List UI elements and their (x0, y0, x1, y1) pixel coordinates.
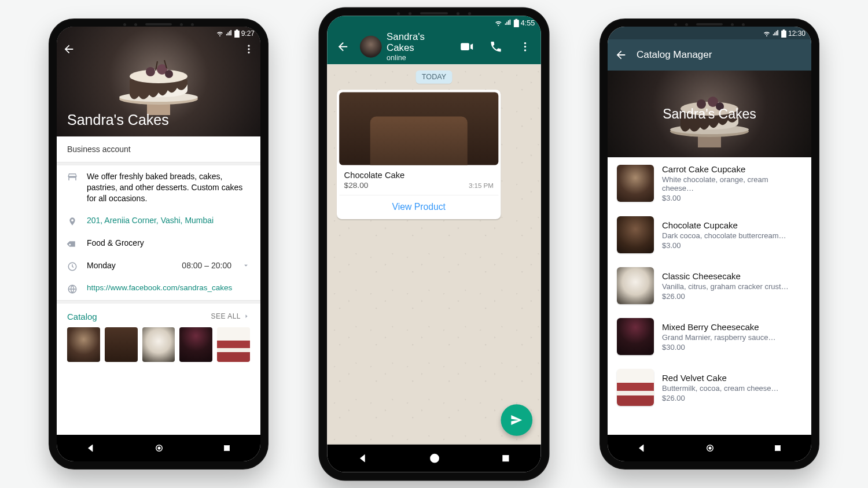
more-icon[interactable] (513, 35, 538, 59)
battery-icon (513, 19, 518, 27)
address-text: 201, Areniia Corner, Vashi, Mumbai (87, 216, 214, 225)
info-hours[interactable]: Monday 08:00 – 20:00 (57, 255, 260, 278)
item-thumb (617, 318, 654, 355)
catalog-thumbnails (57, 326, 260, 367)
svg-point-18 (431, 454, 439, 463)
info-website[interactable]: https://www.facebook.com/sandras_cakes (57, 278, 260, 300)
item-desc: White chocolate, orange, cream cheese… (662, 175, 802, 193)
status-time: 4:55 (521, 19, 535, 27)
video-call-icon[interactable] (455, 35, 479, 59)
chat-title[interactable]: Sandra's Cakes online (387, 32, 450, 62)
back-icon[interactable] (331, 35, 355, 59)
hero-cake-illustration (106, 44, 211, 119)
product-message-card[interactable]: Chocolate Cake $28.00 3:15 PM View Produ… (337, 90, 501, 219)
item-thumb (617, 267, 654, 304)
status-bar: 12:30 (608, 27, 811, 39)
item-price: $26.00 (662, 292, 789, 301)
svg-point-7 (146, 67, 155, 76)
item-name: Classic Cheesecake (662, 271, 789, 281)
nav-recent-icon[interactable] (222, 443, 231, 453)
see-all-button[interactable]: SEE ALL (211, 312, 250, 320)
website-link: https://www.facebook.com/sandras_cakes (87, 283, 232, 292)
wifi-icon (216, 30, 224, 37)
view-product-button[interactable]: View Product (339, 195, 498, 217)
tag-icon (67, 238, 78, 249)
signal-icon (226, 30, 233, 37)
appbar-title: Catalog Manager (637, 49, 712, 61)
info-address[interactable]: 201, Areniia Corner, Vashi, Mumbai (57, 210, 260, 232)
item-desc: Dark cocoa, chocolate buttercream… (662, 231, 786, 240)
svg-point-15 (524, 42, 527, 45)
location-icon (67, 216, 78, 227)
back-icon[interactable] (62, 43, 75, 56)
send-fab[interactable] (501, 404, 533, 436)
svg-point-17 (524, 49, 527, 51)
svg-rect-14 (224, 445, 229, 450)
nav-recent-icon[interactable] (501, 453, 511, 463)
svg-point-1 (248, 48, 249, 50)
nav-back-icon[interactable] (86, 443, 96, 453)
catalog-thumb[interactable] (67, 327, 100, 362)
item-name: Mixed Berry Cheesecake (662, 322, 776, 332)
chat-avatar[interactable] (360, 36, 382, 58)
phone-chat: 4:55 Sandra's Cakes online (319, 8, 550, 481)
chat-name: Sandra's Cakes (387, 32, 450, 54)
nav-back-icon[interactable] (357, 453, 368, 464)
info-category: Food & Grocery (57, 232, 260, 255)
item-price: $26.00 (662, 394, 779, 402)
item-desc: Buttermilk, cocoa, cream cheese… (662, 384, 779, 393)
catalog-item[interactable]: Red Velvet Cake Buttermilk, cocoa, cream… (608, 362, 811, 413)
catalog-thumb[interactable] (105, 327, 138, 362)
nav-home-icon[interactable] (705, 443, 715, 453)
catalog-item[interactable]: Mixed Berry Cheesecake Grand Marnier, ra… (608, 311, 811, 362)
nav-recent-icon[interactable] (773, 443, 782, 453)
status-bar: 9:27 (57, 27, 260, 39)
date-chip: TODAY (415, 71, 452, 84)
svg-point-2 (248, 51, 249, 53)
more-icon[interactable] (243, 43, 255, 55)
item-price: $30.00 (662, 343, 776, 352)
product-price: $28.00 (339, 181, 373, 195)
message-time: 3:15 PM (469, 182, 498, 190)
product-image (339, 93, 498, 165)
appbar: Catalog Manager (608, 39, 811, 71)
nav-home-icon[interactable] (429, 452, 441, 464)
android-navbar (57, 435, 260, 461)
catalog-item[interactable]: Classic Cheesecake Vanilla, citrus, grah… (608, 260, 811, 311)
svg-rect-19 (503, 456, 509, 461)
battery-icon (234, 29, 240, 38)
catalog-heading: Catalog (67, 312, 97, 321)
catalog-thumb[interactable] (179, 327, 212, 362)
svg-point-16 (524, 46, 527, 48)
hours-times: 08:00 – 20:00 (182, 261, 231, 270)
info-description: We offer freshly baked breads, cakes, pa… (57, 165, 260, 210)
catalog-list: Carrot Cake Cupcake White chocolate, ora… (608, 157, 811, 435)
status-time: 9:27 (241, 29, 255, 38)
clock-icon (67, 261, 78, 272)
back-icon[interactable] (615, 49, 627, 61)
svg-rect-29 (775, 445, 780, 450)
battery-icon (781, 29, 786, 38)
hours-day: Monday (87, 261, 116, 270)
nav-back-icon[interactable] (637, 443, 647, 453)
catalog-thumb[interactable] (217, 327, 250, 362)
item-desc: Grand Marnier, raspberry sauce… (662, 333, 776, 342)
catalog-item[interactable]: Chocolate Cupcake Dark cocoa, chocolate … (608, 209, 811, 260)
catalog-item[interactable]: Carrot Cake Cupcake White chocolate, ora… (608, 157, 811, 209)
voice-call-icon[interactable] (484, 35, 508, 59)
wifi-icon (494, 20, 503, 27)
chevron-right-icon (243, 313, 250, 320)
nav-home-icon[interactable] (154, 443, 164, 453)
description-text: We offer freshly baked breads, cakes, pa… (87, 171, 250, 204)
phone-business-profile: 9:27 Sandra's Cakes (49, 19, 269, 469)
item-name: Carrot Cake Cupcake (662, 164, 802, 174)
android-navbar (608, 435, 811, 461)
item-name: Red Velvet Cake (662, 373, 779, 383)
product-name: Chocolate Cake (344, 170, 405, 180)
svg-point-13 (158, 447, 161, 450)
catalog-thumb[interactable] (142, 327, 175, 362)
chat-area: TODAY Chocolate Cake $28.00 3:15 PM View… (327, 64, 541, 444)
phone-catalog-manager: 12:30 Catalog Manager Sandra's Cakes (599, 19, 819, 469)
chevron-down-icon (242, 261, 250, 269)
item-name: Chocolate Cupcake (662, 220, 786, 230)
